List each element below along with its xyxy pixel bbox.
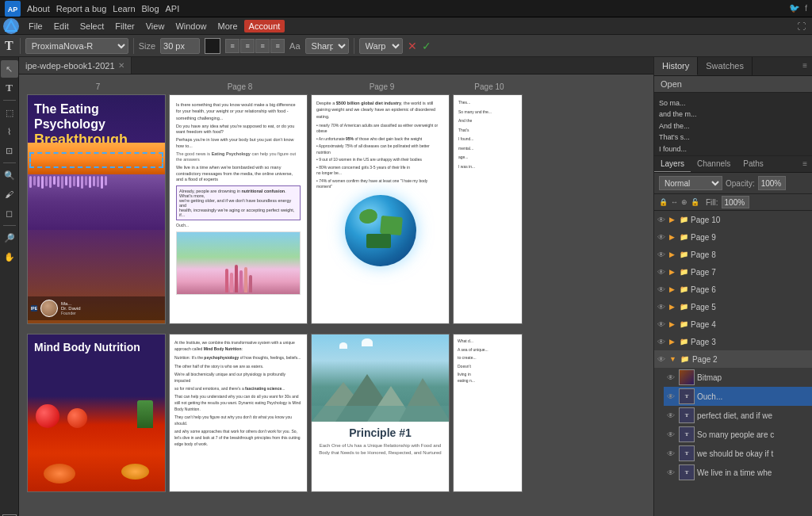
brush-tool[interactable]: 🖌 [1, 185, 18, 203]
author-info: Ma... Dr. David Founder [61, 301, 81, 315]
menu-filter[interactable]: Filter [110, 20, 139, 32]
warp-select[interactable]: Warp [359, 38, 403, 54]
layer-we-should[interactable]: 👁 T we should be okay if t [664, 444, 812, 463]
layer-page3[interactable]: 👁 ▶ 📁 Page 3 [654, 333, 812, 350]
eye-icon-3[interactable]: 👁 [657, 338, 667, 346]
partial-right-thumb[interactable]: What d... A sea of unique... to create..… [453, 334, 523, 492]
canvas-content: 7 Page 8 Page 9 Page 10 The EatingPsycho… [19, 75, 653, 506]
layer-we-live[interactable]: 👁 T We live in a time whe [664, 463, 812, 482]
eye-icon-2[interactable]: 👁 [657, 355, 667, 364]
eye-icon-perfect[interactable]: 👁 [667, 411, 676, 420]
nav-about[interactable]: About [27, 4, 50, 13]
menu-account[interactable]: Account [244, 20, 285, 32]
align-right-btn[interactable]: ≡ [255, 39, 270, 53]
mind-body-page-thumb[interactable]: Mind Body Nutrition [27, 334, 166, 492]
tab-swatches[interactable]: Swatches [698, 57, 753, 75]
text-tool[interactable]: T [1, 79, 18, 97]
confirm-transform-btn[interactable]: ✓ [422, 40, 431, 52]
eye-icon-9[interactable]: 👁 [657, 233, 667, 242]
panel-open-btn[interactable]: Open [654, 76, 812, 93]
layer-so-many[interactable]: 👁 T So many people are c [664, 425, 812, 444]
tab-history[interactable]: History [654, 57, 698, 75]
hand-tool[interactable]: ✋ [1, 248, 18, 266]
eye-icon-somany[interactable]: 👁 [667, 430, 676, 439]
blend-mode-select[interactable]: Normal [659, 176, 722, 190]
panel-menu-btn[interactable]: ≡ [798, 57, 812, 75]
menu-more[interactable]: More [213, 20, 243, 32]
layer-page7-name: Page 7 [691, 268, 809, 277]
eye-icon-7[interactable]: 👁 [657, 268, 667, 277]
page-8-thumb[interactable]: Is there something that you know would m… [169, 94, 308, 324]
crop-tool[interactable]: ⊡ [1, 142, 18, 159]
canvas-area[interactable]: 7 Page 8 Page 9 Page 10 The EatingPsycho… [19, 75, 653, 516]
tab-paths[interactable]: Paths [737, 156, 770, 172]
tab-channels[interactable]: Channels [691, 156, 737, 172]
facebook-icon[interactable]: f [805, 3, 807, 13]
text-color-swatch[interactable] [205, 38, 220, 54]
principle-page-thumb[interactable]: Principle #1 Each One of Us has a Unique… [311, 334, 450, 492]
nav-learn[interactable]: Learn [113, 4, 135, 13]
nav-report-bug[interactable]: Report a bug [56, 4, 107, 13]
aa-label: Aa [289, 41, 300, 51]
eye-icon-5[interactable]: 👁 [657, 303, 667, 312]
folder-page4: 📁 [679, 319, 688, 329]
layer-bitmap[interactable]: 👁 Bitmap [664, 368, 812, 387]
align-justify-btn[interactable]: ≡ [270, 39, 285, 53]
page-7-thumb[interactable]: The EatingPsychologyBreakthrough [27, 94, 166, 324]
tab-layers[interactable]: Layers [654, 156, 691, 172]
menu-view[interactable]: View [141, 20, 170, 32]
menu-file[interactable]: File [24, 20, 48, 32]
layer-perfect-diet[interactable]: 👁 T perfect diet, and if we [664, 406, 812, 425]
layer-welive-name: We live in a time whe [697, 468, 809, 477]
page-9-thumb[interactable]: Despite a $500 billion global diet indus… [311, 94, 450, 324]
move-tool[interactable]: ↖ [1, 60, 18, 78]
opacity-input[interactable] [758, 176, 786, 190]
top-nav-bar: AP About Report a bug Learn Blog API 🐦 f [0, 0, 812, 17]
eye-icon[interactable]: 👁 [657, 216, 667, 224]
eye-icon-8[interactable]: 👁 [657, 250, 667, 259]
page-content-thumb[interactable]: At the Institute, we combine this transf… [169, 334, 308, 492]
eye-icon-6[interactable]: 👁 [657, 285, 667, 294]
eye-icon-welive[interactable]: 👁 [667, 468, 676, 477]
twitter-icon[interactable]: 🐦 [789, 3, 800, 13]
align-left-btn[interactable]: ≡ [225, 39, 239, 53]
nav-blog[interactable]: Blog [142, 4, 159, 13]
cancel-transform-btn[interactable]: ✕ [408, 40, 417, 52]
menu-window[interactable]: Window [170, 20, 211, 32]
layer-page2[interactable]: 👁 ▼ 📁 Page 2 [654, 350, 812, 368]
menu-edit[interactable]: Edit [49, 20, 74, 32]
ipe-logo: IPE [31, 305, 37, 312]
font-family-select[interactable]: ProximaNova-R [25, 38, 128, 54]
unlock-icon: 🔓 [691, 198, 699, 206]
layer-page6[interactable]: 👁 ▶ 📁 Page 6 [654, 281, 812, 298]
eyedropper-tool[interactable]: 🔍 [1, 166, 18, 184]
layer-page10[interactable]: 👁 ▶ 📁 Page 10 [654, 211, 812, 228]
layer-ouch[interactable]: 👁 T Ouch... [664, 387, 812, 406]
menu-select[interactable]: Select [75, 20, 109, 32]
eraser-tool[interactable]: ◻ [1, 204, 18, 222]
eye-icon-bitmap[interactable]: 👁 [667, 373, 676, 382]
layer-page4[interactable]: 👁 ▶ 📁 Page 4 [654, 315, 812, 333]
zoom-tool[interactable]: 🔎 [1, 229, 18, 247]
fill-input[interactable] [722, 196, 749, 208]
nav-api[interactable]: API [166, 4, 180, 13]
fullscreen-btn[interactable]: ⛶ [794, 21, 809, 31]
page-content-text: At the Institute, we combine this transf… [170, 334, 307, 491]
folder-arrow-4: ▶ [669, 320, 675, 328]
rendering-select[interactable]: Sharp [305, 38, 349, 54]
layer-page7[interactable]: 👁 ▶ 📁 Page 7 [654, 263, 812, 281]
eye-icon-weshould[interactable]: 👁 [667, 449, 676, 458]
select-tool[interactable]: ⬚ [1, 104, 18, 121]
align-center-btn[interactable]: ≡ [240, 39, 255, 53]
tab-close-btn[interactable]: ✕ [118, 61, 124, 70]
layer-page9[interactable]: 👁 ▶ 📁 Page 9 [654, 228, 812, 246]
document-tab[interactable]: ipe-wdep-ebook1-2021 ✕ [19, 57, 132, 74]
font-size-input[interactable] [160, 38, 200, 54]
layer-page8[interactable]: 👁 ▶ 📁 Page 8 [654, 246, 812, 263]
lasso-tool[interactable]: ⌇ [1, 123, 18, 140]
eye-icon-ouch[interactable]: 👁 [667, 392, 676, 401]
page-10-thumb[interactable]: Thes... So many and the... And the That'… [453, 94, 523, 324]
eye-icon-4[interactable]: 👁 [657, 320, 667, 329]
layers-menu-btn[interactable]: ≡ [798, 156, 812, 172]
layer-page5[interactable]: 👁 ▶ 📁 Page 5 [654, 298, 812, 315]
